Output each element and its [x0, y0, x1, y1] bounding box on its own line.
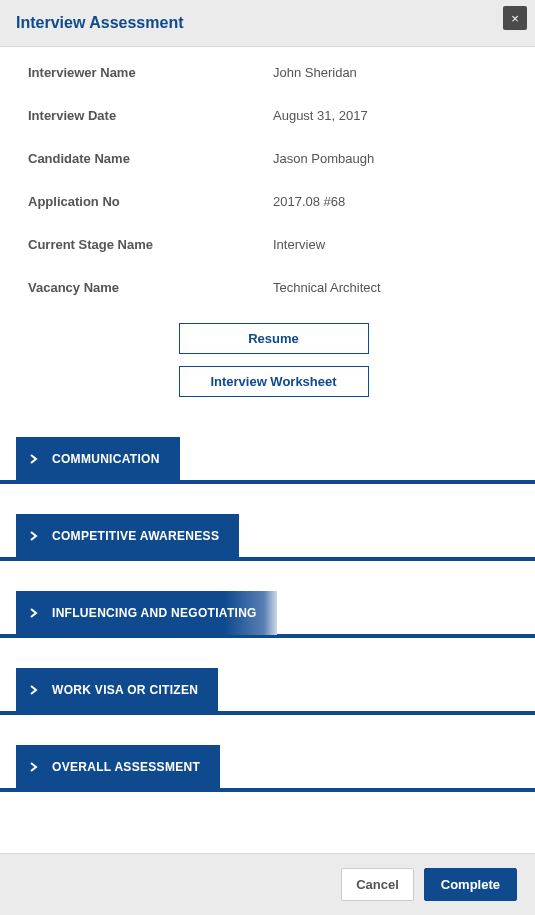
resume-button-label: Resume — [248, 331, 299, 346]
field-interview-date: Interview Date August 31, 2017 — [28, 108, 519, 123]
field-label: Candidate Name — [28, 151, 273, 166]
field-value: Technical Architect — [273, 280, 381, 295]
complete-button-label: Complete — [441, 877, 500, 892]
chevron-right-icon — [30, 531, 38, 541]
field-application-no: Application No 2017.08 #68 — [28, 194, 519, 209]
field-value: August 31, 2017 — [273, 108, 368, 123]
field-value: John Sheridan — [273, 65, 357, 80]
field-vacancy-name: Vacancy Name Technical Architect — [28, 280, 519, 295]
complete-button[interactable]: Complete — [424, 868, 517, 901]
modal-header: Interview Assessment × — [0, 0, 535, 47]
field-value: Interview — [273, 237, 325, 252]
section-label: WORK VISA OR CITIZEN — [52, 683, 198, 697]
field-candidate-name: Candidate Name Jason Pombaugh — [28, 151, 519, 166]
section-header-competitive-awareness[interactable]: COMPETITIVE AWARENESS — [16, 514, 239, 558]
cancel-button[interactable]: Cancel — [341, 868, 414, 901]
chevron-right-icon — [30, 762, 38, 772]
field-interviewer-name: Interviewer Name John Sheridan — [28, 65, 519, 80]
section-label: OVERALL ASSESSMENT — [52, 760, 200, 774]
section-work-visa-citizen: WORK VISA OR CITIZEN — [0, 668, 535, 715]
section-header-influencing-negotiating[interactable]: INFLUENCING AND NEGOTIATING — [16, 591, 277, 635]
section-communication: COMMUNICATION — [0, 437, 535, 484]
field-label: Current Stage Name — [28, 237, 273, 252]
section-header-communication[interactable]: COMMUNICATION — [16, 437, 180, 481]
field-current-stage: Current Stage Name Interview — [28, 237, 519, 252]
spacer — [0, 822, 535, 853]
section-list: COMMUNICATION COMPETITIVE AWARENESS — [0, 419, 535, 822]
section-overall-assessment: OVERALL ASSESSMENT — [0, 745, 535, 792]
section-label: COMMUNICATION — [52, 452, 160, 466]
field-label: Application No — [28, 194, 273, 209]
chevron-right-icon — [30, 608, 38, 618]
cancel-button-label: Cancel — [356, 877, 399, 892]
interview-worksheet-button-label: Interview Worksheet — [210, 374, 336, 389]
field-label: Vacancy Name — [28, 280, 273, 295]
field-value: 2017.08 #68 — [273, 194, 345, 209]
field-label: Interview Date — [28, 108, 273, 123]
modal-title: Interview Assessment — [16, 14, 519, 32]
section-competitive-awareness: COMPETITIVE AWARENESS — [0, 514, 535, 561]
section-influencing-negotiating: INFLUENCING AND NEGOTIATING — [0, 591, 535, 638]
field-value: Jason Pombaugh — [273, 151, 374, 166]
section-header-work-visa-citizen[interactable]: WORK VISA OR CITIZEN — [16, 668, 218, 712]
interview-worksheet-button[interactable]: Interview Worksheet — [179, 366, 369, 397]
close-icon: × — [511, 11, 519, 26]
close-button[interactable]: × — [503, 6, 527, 30]
resume-button[interactable]: Resume — [179, 323, 369, 354]
chevron-right-icon — [30, 454, 38, 464]
section-header-overall-assessment[interactable]: OVERALL ASSESSMENT — [16, 745, 220, 789]
section-label: INFLUENCING AND NEGOTIATING — [52, 606, 257, 620]
modal-footer: Cancel Complete — [0, 853, 535, 915]
interview-assessment-modal: Interview Assessment × Interviewer Name … — [0, 0, 535, 915]
field-label: Interviewer Name — [28, 65, 273, 80]
details-panel: Interviewer Name John Sheridan Interview… — [0, 47, 535, 419]
section-label: COMPETITIVE AWARENESS — [52, 529, 219, 543]
chevron-right-icon — [30, 685, 38, 695]
